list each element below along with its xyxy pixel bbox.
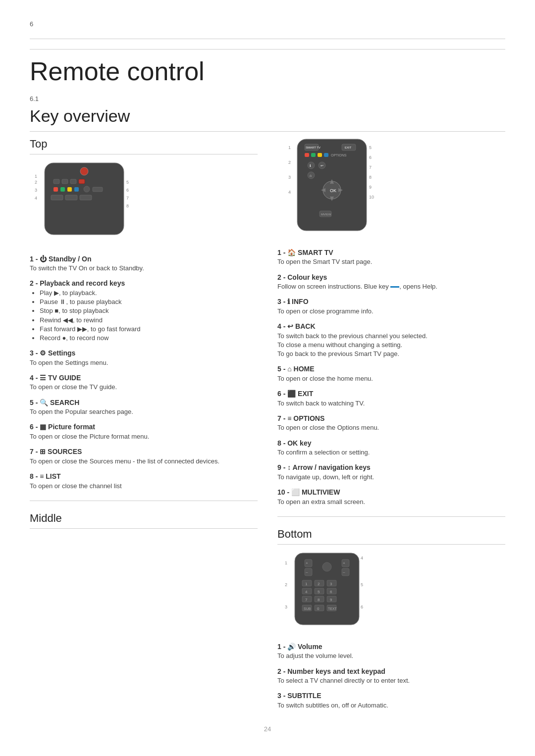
key-item-2: 2 - Playback and record keysPlay ▶, to p… bbox=[30, 278, 258, 343]
svg-text:8: 8 bbox=[369, 175, 372, 180]
section-title: Key overview bbox=[30, 104, 505, 132]
svg-text:7: 7 bbox=[126, 196, 129, 201]
svg-text:4: 4 bbox=[288, 190, 291, 195]
svg-text:+: + bbox=[343, 561, 345, 565]
svg-text:5: 5 bbox=[369, 145, 372, 150]
svg-text:4: 4 bbox=[305, 590, 308, 594]
svg-text:6: 6 bbox=[369, 155, 372, 160]
svg-point-66 bbox=[322, 562, 331, 571]
remote-bottom-image: + + – – 1 2 3 4 5 bbox=[277, 551, 505, 632]
svg-text:1: 1 bbox=[285, 560, 287, 565]
svg-text:3: 3 bbox=[288, 175, 291, 180]
key-item-1: 1 - ⏻ Standby / OnTo switch the TV On or… bbox=[30, 253, 258, 273]
svg-text:9: 9 bbox=[369, 185, 372, 190]
svg-text:2: 2 bbox=[288, 160, 291, 165]
bottom-keys-list: 1 - 🔊 VolumeTo adjust the volume level.2… bbox=[277, 641, 505, 710]
svg-rect-39 bbox=[311, 153, 316, 157]
svg-text:OK: OK bbox=[330, 188, 336, 193]
key-item-1: 1 - 🏠 SMART TVTo open the Smart TV start… bbox=[277, 247, 505, 267]
svg-point-13 bbox=[84, 186, 90, 192]
svg-text:1: 1 bbox=[305, 582, 308, 586]
svg-text:SMART TV: SMART TV bbox=[306, 146, 321, 149]
svg-point-1 bbox=[80, 167, 88, 175]
subsection-middle: Middle bbox=[30, 511, 258, 529]
svg-rect-38 bbox=[305, 153, 309, 157]
remote-right-image: 5 6 7 8 9 10 1 2 3 4 SMART TV EXIT bbox=[277, 137, 505, 238]
svg-rect-14 bbox=[93, 187, 103, 192]
key-item-5: 5 - ⌂ HOMETo open or close the home menu… bbox=[277, 363, 505, 383]
svg-text:TEXT: TEXT bbox=[328, 607, 337, 610]
key-item-3: 3 - SUBTITLETo switch subtitles on, off … bbox=[277, 690, 505, 710]
svg-text:1: 1 bbox=[288, 145, 291, 150]
svg-text:–: – bbox=[343, 570, 345, 574]
svg-text:4: 4 bbox=[361, 555, 363, 560]
svg-text:5: 5 bbox=[126, 180, 129, 185]
svg-rect-19 bbox=[80, 195, 92, 200]
svg-text:10: 10 bbox=[369, 195, 374, 200]
svg-rect-40 bbox=[318, 153, 322, 157]
svg-text:+: + bbox=[306, 561, 308, 565]
svg-text:2: 2 bbox=[35, 180, 37, 185]
svg-text:1: 1 bbox=[35, 174, 37, 179]
svg-text:7: 7 bbox=[369, 165, 372, 170]
key-item-7: 7 - ≡ OPTIONSTo open or close the Option… bbox=[277, 413, 505, 433]
col-left: Top 1 2 5 bbox=[30, 137, 258, 715]
key-item-1: 1 - 🔊 VolumeTo adjust the volume level. bbox=[277, 641, 505, 661]
svg-text:4: 4 bbox=[35, 196, 37, 201]
svg-text:5: 5 bbox=[318, 590, 320, 594]
svg-text:8: 8 bbox=[318, 598, 320, 602]
svg-rect-10 bbox=[60, 187, 65, 192]
key-item-8: 8 - OK keyTo confirm a selection or sett… bbox=[277, 438, 505, 457]
svg-text:8: 8 bbox=[126, 203, 129, 208]
key-item-4: 4 - ☰ TV GUIDETo open or close the TV gu… bbox=[30, 372, 258, 392]
svg-rect-11 bbox=[67, 187, 72, 192]
svg-text:3: 3 bbox=[285, 605, 287, 609]
key-item-2: 2 - Colour keysFollow on screen instruct… bbox=[277, 272, 505, 292]
key-item-3: 3 - ⚙ SettingsTo open the Settings menu. bbox=[30, 348, 258, 367]
section-number: 6.1 bbox=[30, 95, 505, 103]
svg-rect-9 bbox=[54, 187, 58, 192]
col-right: 5 6 7 8 9 10 1 2 3 4 SMART TV EXIT bbox=[277, 137, 505, 715]
svg-text:⌂: ⌂ bbox=[310, 174, 312, 177]
svg-text:6: 6 bbox=[361, 605, 363, 609]
svg-text:–: – bbox=[306, 570, 308, 574]
svg-text:3: 3 bbox=[330, 582, 332, 586]
svg-text:SUB: SUB bbox=[304, 607, 311, 610]
subsection-bottom: Bottom bbox=[277, 527, 505, 545]
key-item-10: 10 - ⬜ MULTIVIEWTo open an extra small s… bbox=[277, 487, 505, 506]
key-item-8: 8 - ≡ LISTTo open or close the channel l… bbox=[30, 471, 258, 491]
key-item-9: 9 - ↕ Arrow / navigation keysTo navigate… bbox=[277, 462, 505, 482]
svg-text:ℹ: ℹ bbox=[310, 164, 311, 167]
main-title: Remote control bbox=[30, 49, 505, 90]
top-keys-list: 1 - ⏻ Standby / OnTo switch the TV On or… bbox=[30, 253, 258, 491]
svg-text:6: 6 bbox=[330, 590, 332, 594]
key-item-6: 6 - ⬛ EXITTo switch back to watching TV. bbox=[277, 388, 505, 408]
svg-text:↩: ↩ bbox=[321, 164, 323, 167]
right-keys-list: 1 - 🏠 SMART TVTo open the Smart TV start… bbox=[277, 247, 505, 506]
svg-rect-18 bbox=[65, 195, 77, 200]
key-item-3: 3 - ℹ INFOTo open or close programme inf… bbox=[277, 296, 505, 316]
svg-text:EXIT: EXIT bbox=[345, 146, 352, 149]
svg-text:6: 6 bbox=[126, 188, 129, 193]
svg-rect-6 bbox=[79, 179, 85, 184]
svg-text:MVIEW: MVIEW bbox=[321, 213, 331, 216]
svg-rect-12 bbox=[74, 187, 79, 192]
svg-text:2: 2 bbox=[285, 582, 287, 587]
key-item-5: 5 - 🔍 SEARCHTo open the Popular searches… bbox=[30, 397, 258, 417]
svg-text:5: 5 bbox=[361, 582, 363, 587]
svg-rect-17 bbox=[51, 195, 63, 200]
svg-rect-4 bbox=[62, 179, 68, 184]
key-item-6: 6 - ▦ Picture formatTo open or close the… bbox=[30, 421, 258, 441]
key-item-2: 2 - Number keys and text keypadTo select… bbox=[277, 666, 505, 686]
svg-rect-5 bbox=[70, 179, 76, 184]
svg-text:OPTIONS: OPTIONS bbox=[331, 153, 347, 157]
svg-rect-3 bbox=[54, 179, 59, 184]
key-item-7: 7 - ⊞ SOURCESTo open or close the Source… bbox=[30, 446, 258, 466]
subsection-top: Top bbox=[30, 137, 258, 154]
svg-text:7: 7 bbox=[305, 598, 308, 602]
svg-rect-87 bbox=[315, 605, 324, 611]
svg-text:2: 2 bbox=[318, 582, 320, 586]
svg-point-43 bbox=[308, 162, 315, 169]
svg-text:3: 3 bbox=[35, 188, 37, 193]
page-number-top: 6 bbox=[30, 20, 505, 29]
